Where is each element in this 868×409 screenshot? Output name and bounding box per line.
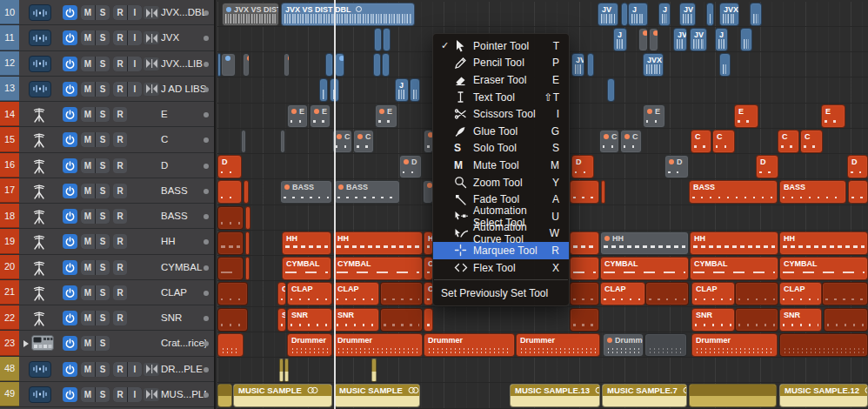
- track-header-row[interactable]: 10MSRIJVX...DBL: [0, 0, 214, 25]
- power-button[interactable]: [63, 234, 77, 249]
- track-header-row[interactable]: 20MSRCYMBAL: [0, 255, 214, 280]
- mute-button[interactable]: M: [81, 82, 95, 97]
- region-clip-bass[interactable]: BASS: [280, 180, 332, 204]
- power-button[interactable]: [63, 30, 77, 45]
- track-name[interactable]: BASS: [161, 204, 206, 228]
- region-clip[interactable]: [383, 28, 391, 51]
- mute-button[interactable]: M: [81, 30, 95, 45]
- region-clip-j[interactable]: J: [613, 28, 627, 51]
- flex-icon[interactable]: [144, 388, 159, 401]
- region-clip-c[interactable]: C: [800, 130, 823, 153]
- region-clip-jv[interactable]: JV: [690, 28, 707, 51]
- track-name[interactable]: CLAP: [161, 280, 206, 305]
- solo-button[interactable]: S: [96, 387, 110, 402]
- track-header-row[interactable]: 16MSRD: [0, 153, 214, 178]
- region-clip-c[interactable]: C: [620, 130, 642, 153]
- region-clip-c[interactable]: C: [599, 130, 619, 153]
- power-button[interactable]: [63, 184, 77, 198]
- mute-button[interactable]: M: [81, 57, 95, 71]
- region-clip[interactable]: [245, 231, 250, 255]
- mute-button[interactable]: M: [81, 387, 95, 402]
- region-clip[interactable]: [371, 359, 377, 382]
- region-clip[interactable]: [217, 257, 244, 280]
- region-clip-clap[interactable]: CLAP: [691, 282, 735, 305]
- region-clip-d[interactable]: D: [847, 155, 868, 178]
- region-clip[interactable]: [607, 78, 615, 102]
- region-clip-j[interactable]: J: [658, 3, 671, 26]
- region-clip-snr[interactable]: SNR: [779, 308, 822, 332]
- menu-item-text-tool[interactable]: Text Tool⇧T: [433, 89, 569, 106]
- record-enable-button[interactable]: R: [113, 82, 127, 97]
- region-clip[interactable]: [284, 359, 289, 382]
- track-name[interactable]: J AD LIBS: [161, 77, 206, 101]
- region-clip-clap[interactable]: CLAP: [779, 282, 822, 305]
- track-header-row[interactable]: 22MSRSNR: [0, 305, 214, 331]
- track-header-row[interactable]: 23MSCrat...rice): [0, 331, 214, 356]
- menu-item-eraser-tool[interactable]: Eraser ToolE: [433, 71, 569, 89]
- region-clip[interactable]: [335, 53, 344, 77]
- region-clip-hh[interactable]: HH: [282, 231, 331, 255]
- region-clip-e[interactable]: E: [821, 104, 845, 128]
- solo-button[interactable]: S: [96, 30, 110, 45]
- region-clip-drummer[interactable]: Drummer: [603, 333, 644, 357]
- solo-button[interactable]: S: [96, 260, 110, 275]
- power-button[interactable]: [63, 5, 77, 20]
- solo-button[interactable]: S: [96, 5, 110, 20]
- region-clip[interactable]: [217, 206, 244, 230]
- power-button[interactable]: [63, 132, 77, 147]
- region-clip-jvx-vs-dist[interactable]: JVX VS DIST: [222, 3, 279, 26]
- region-clip-music-sample-13[interactable]: MUSIC SAMPLE.13: [510, 384, 600, 407]
- mute-button[interactable]: M: [81, 209, 95, 224]
- region-clip-e[interactable]: E: [375, 104, 397, 128]
- region-clip[interactable]: [325, 53, 333, 77]
- track-name[interactable]: JVX: [161, 25, 206, 50]
- track-name[interactable]: BASS: [161, 178, 206, 203]
- mute-button[interactable]: M: [81, 158, 95, 173]
- menu-item-marquee-tool[interactable]: Marquee ToolR: [433, 242, 569, 259]
- region-clip-c[interactable]: C: [778, 130, 799, 153]
- region-clip[interactable]: [244, 180, 249, 204]
- region-clip-bass[interactable]: BASS: [334, 180, 400, 204]
- menu-item-scissors-tool[interactable]: Scissors ToolI: [433, 105, 569, 123]
- region-clip-e[interactable]: E: [643, 104, 665, 128]
- solo-button[interactable]: S: [96, 234, 110, 249]
- region-clip-c[interactable]: C: [691, 130, 711, 153]
- region-clip[interactable]: [848, 180, 868, 204]
- power-button[interactable]: [63, 158, 77, 173]
- record-enable-button[interactable]: R: [113, 107, 127, 122]
- region-clip[interactable]: [280, 130, 285, 153]
- power-button[interactable]: [63, 82, 77, 97]
- record-enable-button[interactable]: R: [113, 5, 127, 20]
- region-clip[interactable]: [779, 333, 868, 357]
- region-clip-d[interactable]: D: [571, 155, 594, 178]
- region-clip[interactable]: [570, 180, 599, 204]
- record-enable-button[interactable]: R: [113, 285, 127, 300]
- track-name[interactable]: JVX...LIB 1: [161, 51, 206, 76]
- flex-icon[interactable]: [144, 6, 159, 19]
- power-button[interactable]: [63, 336, 77, 351]
- region-clip-drummer[interactable]: Drummer: [424, 333, 515, 357]
- solo-button[interactable]: S: [96, 209, 110, 224]
- solo-button[interactable]: S: [96, 336, 110, 351]
- region-clip[interactable]: [380, 282, 423, 305]
- region-clip-clap[interactable]: CLAP: [600, 282, 645, 305]
- region-clip[interactable]: [570, 308, 599, 332]
- region-clip[interactable]: [217, 180, 242, 204]
- region-clip-d[interactable]: D: [399, 155, 422, 178]
- region-clip-snr[interactable]: SNR: [333, 308, 379, 332]
- region-clip-drummer[interactable]: Drummer: [691, 333, 778, 357]
- input-monitor-button[interactable]: I: [128, 82, 142, 97]
- region-clip-music-sample[interactable]: MUSIC SAMPLE: [334, 384, 420, 407]
- region-clip-jvx[interactable]: JVX: [571, 53, 584, 77]
- region-clip[interactable]: [243, 53, 250, 77]
- region-clip[interactable]: [740, 28, 752, 51]
- region-clip-hh[interactable]: HH: [600, 231, 689, 255]
- menu-item-automation-curve-tool[interactable]: Automation Curve ToolW: [433, 225, 569, 243]
- solo-button[interactable]: S: [96, 285, 110, 300]
- timeline-track-lane[interactable]: DrummerDrummerDrummerDrummerDrummerDrumm…: [217, 332, 868, 358]
- region-clip[interactable]: [410, 78, 420, 102]
- mute-button[interactable]: M: [81, 311, 95, 325]
- power-button[interactable]: [63, 57, 77, 71]
- menu-item-mute-tool[interactable]: MMute ToolM: [433, 157, 569, 174]
- region-clip[interactable]: [217, 282, 248, 305]
